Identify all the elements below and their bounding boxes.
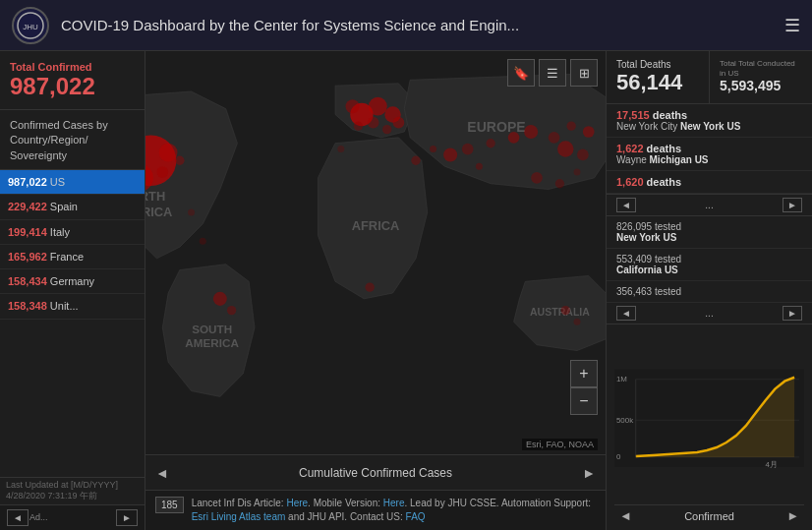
- map-next-btn[interactable]: ►: [572, 465, 606, 481]
- country-name-3: France: [50, 251, 84, 263]
- map-prev-btn[interactable]: ◄: [145, 465, 179, 481]
- svg-point-19: [346, 99, 360, 113]
- chart-label: Confirmed: [637, 510, 782, 522]
- country-item-2[interactable]: 199,414 Italy: [0, 220, 145, 245]
- svg-text:AUSTRALIA: AUSTRALIA: [530, 306, 590, 318]
- tested-prev-btn[interactable]: ◄: [616, 306, 636, 321]
- svg-point-17: [369, 97, 387, 116]
- country-item-5[interactable]: 158,348 Unit...: [0, 294, 145, 319]
- svg-text:AMERICA: AMERICA: [145, 205, 172, 219]
- confirmed-chart: 1M 500k 0 4月: [614, 332, 804, 504]
- svg-point-12: [159, 144, 178, 162]
- country-item-0[interactable]: 987,022 US: [0, 170, 145, 195]
- svg-point-32: [557, 141, 573, 156]
- esri-credit: Esri, FAO, NOAA: [522, 439, 598, 450]
- tested-next-btn[interactable]: ►: [783, 306, 802, 321]
- country-name-5: Unit...: [50, 300, 79, 312]
- svg-point-21: [354, 121, 363, 130]
- svg-point-27: [508, 132, 520, 144]
- tested-list-nav: ◄ ... ►: [607, 303, 812, 324]
- sidebar-nav-label: Ad...: [29, 512, 115, 524]
- deaths-box: Total Deaths 56,144: [607, 51, 710, 103]
- death-item-1: 17,515 deaths New York City New York US: [607, 104, 812, 138]
- svg-text:AFRICA: AFRICA: [352, 218, 400, 233]
- news-bar: 185 Lancet Inf Dis Article: Here. Mobile…: [145, 490, 606, 530]
- country-count-4: 158,434: [8, 275, 47, 287]
- news-badge: 185: [155, 497, 184, 513]
- faq-link[interactable]: FAQ: [406, 511, 426, 522]
- sidebar-nav: ◄ Ad... ►: [0, 504, 145, 530]
- country-item-1[interactable]: 229,422 Spain: [0, 195, 145, 219]
- mobile-link[interactable]: Here: [383, 498, 405, 508]
- death-count-3: 1,620 deaths: [616, 176, 681, 188]
- article-link[interactable]: Here: [286, 498, 308, 508]
- country-item-3[interactable]: 165,962 France: [0, 245, 145, 269]
- death-item-2: 1,622 deaths Wayne Michigan US: [607, 138, 812, 171]
- svg-text:4月: 4月: [765, 460, 777, 469]
- list-btn[interactable]: ☰: [539, 59, 566, 87]
- sidebar: Total Confirmed 987,022 Confirmed Cases …: [0, 51, 145, 530]
- country-name-2: Italy: [50, 226, 70, 238]
- death-count-1: 17,515 deaths: [616, 109, 687, 121]
- svg-point-28: [524, 125, 538, 139]
- map-toolbar: 🔖 ☰ ⊞: [507, 59, 598, 87]
- svg-point-34: [531, 172, 543, 184]
- zoom-in-btn[interactable]: +: [570, 360, 598, 387]
- tested-value: 5,593,495: [720, 78, 802, 93]
- map-title: Cumulative Confirmed Cases: [179, 466, 572, 480]
- map-area: NORTH AMERICA SOUTH AMERICA EUROPE AFRIC…: [145, 51, 606, 530]
- menu-icon[interactable]: ☰: [784, 15, 800, 36]
- map-container[interactable]: NORTH AMERICA SOUTH AMERICA EUROPE AFRIC…: [145, 51, 606, 454]
- svg-point-36: [573, 168, 580, 175]
- deaths-value: 56,144: [616, 70, 699, 95]
- header: JHU COVID-19 Dashboard by the Center for…: [0, 0, 812, 51]
- svg-text:500k: 500k: [616, 417, 633, 426]
- svg-point-44: [337, 146, 344, 152]
- svg-point-35: [555, 179, 564, 188]
- chart-prev-btn[interactable]: ◄: [614, 508, 637, 523]
- svg-point-43: [200, 238, 206, 245]
- svg-text:0: 0: [616, 452, 621, 461]
- svg-point-14: [156, 166, 168, 178]
- esri-link[interactable]: Esri Living Atlas team: [192, 511, 286, 522]
- country-count-2: 199,414: [8, 226, 47, 238]
- death-prev-btn[interactable]: ◄: [616, 198, 636, 212]
- country-name-1: Spain: [50, 201, 78, 212]
- tested-list: 826,095 testedNew York US 553,409 tested…: [607, 216, 812, 324]
- country-count-1: 229,422: [8, 201, 47, 212]
- svg-point-42: [188, 208, 195, 215]
- chart-section: 1M 500k 0 4月: [607, 324, 812, 530]
- tested-item-2: 553,409 testedCalifornia US: [607, 249, 812, 281]
- death-next-btn[interactable]: ►: [783, 198, 802, 212]
- deaths-label: Total Deaths: [616, 59, 699, 70]
- grid-btn[interactable]: ⊞: [570, 59, 598, 87]
- news-text: Lancet Inf Dis Article: Here. Mobile Ver…: [192, 497, 596, 524]
- sidebar-next-btn[interactable]: ►: [116, 509, 138, 526]
- chart-next-btn[interactable]: ►: [782, 508, 804, 523]
- tested-nav-dots: ...: [638, 308, 781, 319]
- svg-text:JHU: JHU: [23, 23, 38, 31]
- bookmark-btn[interactable]: 🔖: [507, 59, 535, 87]
- svg-point-30: [566, 121, 575, 130]
- map-footer: ◄ Cumulative Confirmed Cases ►: [145, 454, 606, 490]
- total-confirmed-label: Total Confirmed: [10, 61, 135, 73]
- sidebar-prev-btn[interactable]: ◄: [7, 509, 29, 526]
- svg-text:1M: 1M: [616, 375, 627, 383]
- right-panel: Total Deaths 56,144 Total Total Conducte…: [606, 51, 812, 530]
- header-logo: JHU: [12, 7, 49, 44]
- svg-point-29: [549, 132, 560, 144]
- tested-item-1: 826,095 testedNew York US: [607, 216, 812, 249]
- zoom-out-btn[interactable]: −: [570, 387, 598, 415]
- svg-point-24: [443, 147, 457, 161]
- world-map: NORTH AMERICA SOUTH AMERICA EUROPE AFRIC…: [145, 51, 606, 454]
- svg-text:EUROPE: EUROPE: [467, 119, 525, 135]
- country-item-4[interactable]: 158,434 Germany: [0, 269, 145, 294]
- country-count-5: 158,348: [8, 300, 47, 312]
- svg-point-22: [393, 117, 405, 129]
- svg-point-20: [368, 117, 379, 129]
- zoom-controls: + −: [570, 360, 598, 415]
- total-confirmed-value: 987,022: [10, 73, 135, 101]
- svg-text:NORTH: NORTH: [145, 189, 165, 204]
- svg-text:AMERICA: AMERICA: [185, 336, 239, 349]
- tested-item-3: 356,463 tested: [607, 281, 812, 303]
